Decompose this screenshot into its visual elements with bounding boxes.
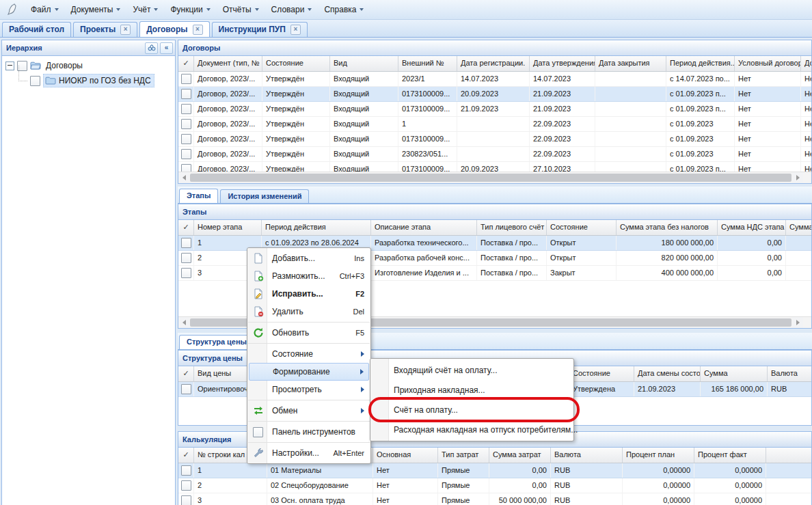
scroll-right-icon[interactable] xyxy=(792,172,803,183)
column-header[interactable]: Валюта xyxy=(768,366,811,381)
close-icon[interactable]: × xyxy=(290,25,301,35)
node-checkbox[interactable] xyxy=(30,76,40,86)
tab-contracts[interactable]: Договоры× xyxy=(139,21,209,37)
menu-item-2[interactable]: Исправить...F2 xyxy=(249,285,369,303)
row-checkbox[interactable] xyxy=(181,480,191,491)
table-row[interactable]: Договор, 2023/...УтверждёнВходящий230823… xyxy=(178,147,811,162)
tree-node-niokr[interactable]: НИОКР по ГОЗ без НДС xyxy=(2,73,175,88)
column-header[interactable]: Внешний № xyxy=(398,56,457,71)
row-checkbox[interactable] xyxy=(181,465,191,476)
column-header[interactable]: Процент план xyxy=(623,448,694,463)
column-header[interactable]: Основная xyxy=(373,448,438,463)
table-row[interactable]: Договор, 2023/...УтверждёнВходящий2023/1… xyxy=(178,72,811,87)
scroll-left-icon[interactable] xyxy=(178,317,189,328)
select-all-column-header[interactable]: ✓ xyxy=(178,56,194,71)
column-header[interactable]: Дата регистрации. xyxy=(457,56,530,71)
menubar-item-5[interactable]: Словари xyxy=(265,3,319,16)
column-header[interactable]: Период действия.. xyxy=(666,56,735,71)
column-header[interactable]: Состояние xyxy=(262,56,330,71)
tab-projects[interactable]: Проекты× xyxy=(73,22,137,37)
row-checkbox[interactable] xyxy=(181,384,191,394)
table-row[interactable]: Договор, 2023/...УтверждёнВходящий017310… xyxy=(178,102,811,117)
row-checkbox[interactable] xyxy=(181,238,191,248)
row-checkbox[interactable] xyxy=(181,495,191,505)
scroll-left-icon[interactable] xyxy=(178,172,189,183)
table-row[interactable]: 202 СпецоборудованиеНетПрямые0,00RUB0,00… xyxy=(178,478,811,493)
menu-item-13[interactable]: Панель инструментов xyxy=(249,423,369,441)
row-checkbox[interactable] xyxy=(181,164,191,172)
column-header[interactable]: Дата закрытия xyxy=(595,56,666,71)
column-header[interactable]: Дата утверждения xyxy=(530,56,595,71)
tab-desktop[interactable]: Рабочий стол xyxy=(2,22,71,37)
menu-item-15[interactable]: Настройки...Alt+Enter xyxy=(249,444,369,462)
close-icon[interactable]: × xyxy=(120,25,131,35)
submenu-item-1[interactable]: Приходная накладная... xyxy=(370,380,573,400)
row-checkbox[interactable] xyxy=(181,253,191,263)
scroll-right-icon[interactable] xyxy=(792,317,803,328)
column-header[interactable]: Сумма затрат xyxy=(489,448,551,463)
column-header[interactable]: Сумма xyxy=(701,366,768,381)
menubar-item-4[interactable]: Отчёты xyxy=(217,3,265,16)
row-checkbox[interactable] xyxy=(181,119,191,129)
search-icon[interactable] xyxy=(145,42,158,54)
table-row[interactable]: Договор, 2023/...УтверждёнВходящий122.09… xyxy=(178,117,811,132)
row-checkbox[interactable] xyxy=(181,89,191,99)
tab-change-history[interactable]: История изменений xyxy=(220,189,309,203)
row-checkbox[interactable] xyxy=(181,104,191,114)
table-row[interactable]: Договор, 2023/...УтверждёнВходящий017310… xyxy=(178,132,811,147)
submenu-item-0[interactable]: Входящий счёт на оплату... xyxy=(370,360,573,380)
menubar-item-3[interactable]: Функции xyxy=(164,3,216,16)
submenu-item-2[interactable]: Счёт на оплату... xyxy=(370,400,573,420)
menu-item-5[interactable]: ОбновитьF5 xyxy=(249,324,369,342)
collapse-toggle-icon[interactable] xyxy=(5,62,14,70)
tab-price-structure[interactable]: Структура цены xyxy=(179,335,254,349)
column-header[interactable]: Состояние xyxy=(547,220,617,235)
row-checkbox[interactable] xyxy=(181,268,191,278)
menu-item-7[interactable]: Состояние xyxy=(249,345,369,363)
menu-item-3[interactable]: УдалитьDel xyxy=(249,303,369,320)
column-header[interactable]: Документ (тип, № xyxy=(194,56,262,71)
column-header[interactable]: Процент факт xyxy=(694,448,766,463)
column-header[interactable]: Дата смены состоя xyxy=(634,366,701,381)
column-header[interactable]: Тип затрат xyxy=(438,448,489,463)
column-header[interactable]: Сумма эт xyxy=(786,220,811,235)
tab-instructions[interactable]: Инструкции ПУП× xyxy=(212,22,308,37)
tab-stages[interactable]: Этапы xyxy=(179,189,218,203)
column-header[interactable]: Дог xyxy=(801,56,811,71)
column-header[interactable]: Описание этапа xyxy=(371,220,477,235)
tree-node-contracts[interactable]: Договоры xyxy=(2,58,175,73)
column-header[interactable]: Вид xyxy=(330,56,398,71)
row-checkbox[interactable] xyxy=(181,134,191,144)
column-header[interactable]: Тип лицевого счёт xyxy=(477,220,547,235)
column-header[interactable]: Сумма НДС этапа xyxy=(718,220,786,235)
column-header[interactable]: Период действия xyxy=(262,220,371,235)
menu-item-8[interactable]: Формирование xyxy=(249,363,369,381)
close-icon[interactable]: × xyxy=(193,25,203,35)
column-header[interactable]: Номер этапа xyxy=(194,220,262,235)
menubar-item-6[interactable]: Справка xyxy=(318,3,370,16)
select-all-column-header[interactable]: ✓ xyxy=(178,366,194,381)
column-header[interactable] xyxy=(766,448,811,463)
column-header[interactable]: Валюта xyxy=(551,448,623,463)
column-header[interactable]: Условный договор xyxy=(735,56,801,71)
column-header[interactable]: Состояние xyxy=(569,366,634,381)
menubar-item-2[interactable]: Учёт xyxy=(126,3,164,16)
menubar-item-1[interactable]: Документы xyxy=(65,3,127,16)
column-header[interactable]: Сумма этапа без налогов xyxy=(617,220,718,235)
horizontal-scrollbar[interactable] xyxy=(178,172,811,183)
table-row[interactable]: 303 Осн. оплата трудаНетПрямые50 000 000… xyxy=(178,493,811,505)
select-all-column-header[interactable]: ✓ xyxy=(178,220,194,235)
menu-item-11[interactable]: Обмен xyxy=(249,402,369,420)
row-checkbox[interactable] xyxy=(181,74,191,84)
table-row[interactable]: Договор, 2023/...УтверждёнВходящий017310… xyxy=(178,162,811,172)
menu-item-1[interactable]: Размножить...Ctrl+F3 xyxy=(249,267,369,285)
scrollbar-thumb[interactable] xyxy=(190,174,791,182)
table-row[interactable]: 101 МатериалыНетПрямые0,00RUB0,000000,00… xyxy=(178,463,811,478)
row-checkbox[interactable] xyxy=(181,149,191,159)
select-all-column-header[interactable]: ✓ xyxy=(178,448,194,463)
table-row[interactable]: Договор, 2023/...УтверждёнВходящий017310… xyxy=(178,87,811,102)
menubar-item-0[interactable]: Файл xyxy=(25,3,65,16)
collapse-panel-icon[interactable]: « xyxy=(160,42,173,54)
menu-item-0[interactable]: Добавить...Ins xyxy=(249,249,369,267)
menu-item-9[interactable]: Просмотреть xyxy=(249,381,369,398)
